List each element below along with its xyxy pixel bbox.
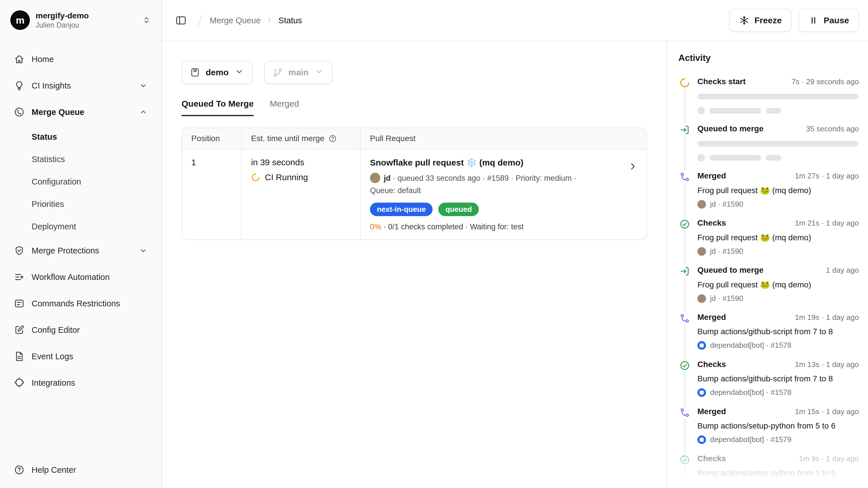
branch-select[interactable]: main [264,61,333,84]
sidebar-item-label: Home [32,55,54,64]
workspace-avatar: m [10,10,30,30]
sidebar-item-merge-queue[interactable]: Merge Queue [7,100,155,124]
sidebar-item-ci-insights[interactable]: CI Insights [7,74,155,98]
commands-icon [14,298,25,309]
main-column: Merge Queue Status Freeze Pause [162,0,868,488]
pause-button[interactable]: Pause [799,9,859,32]
home-icon [14,54,25,65]
activity-pr-title[interactable]: Bump actions/github-script from 7 to 8 [698,327,859,336]
top-bar: Merge Queue Status Freeze Pause [162,0,868,41]
sidebar-item-integrations[interactable]: Integrations [7,371,155,395]
activity-pr-title[interactable]: Bump actions/github-script from 7 to 8 [698,374,859,383]
git-merge-icon [678,312,691,325]
tab-queued-to-merge[interactable]: Queued To Merge [182,99,254,116]
eta-cell: in 39 seconds CI Running [242,149,361,239]
activity-item[interactable]: Queued to merge1 day ago Frog pull reque… [678,265,859,313]
pr-checks-status: 0% · 0/1 checks completed · Waiting for:… [370,223,620,231]
badge-queued: queued [438,203,478,216]
help-circle-icon [14,464,25,476]
sidebar-item-label: Merge Queue [32,108,85,117]
queue-row[interactable]: 1 in 39 seconds CI Running Snowflake pul… [182,149,646,239]
activity-timeline: Checks start7s · 29 seconds ago Queued t… [678,77,859,488]
skeleton-bar [698,94,858,99]
pencil-square-icon [14,324,25,335]
avatar [698,294,706,303]
sidebar-item-workflow-automation[interactable]: Workflow Automation [7,265,155,289]
breadcrumb-parent[interactable]: Merge Queue [210,16,260,25]
sidebar-item-config-editor[interactable]: Config Editor [7,318,155,342]
workspace-switcher[interactable]: m mergify-demo Julien Danjou [7,7,155,40]
sidebar-item-merge-protections[interactable]: Merge Protections [7,238,155,263]
lightbulb-icon [14,80,25,91]
freeze-button[interactable]: Freeze [729,9,792,32]
check-circle-icon [678,359,691,372]
activity-item[interactable]: Checks1m 21s · 1 day ago Frog pull reque… [678,219,859,265]
sidebar-item-commands-restrictions[interactable]: Commands Restrictions [7,291,155,316]
question-circle-icon[interactable] [328,134,337,143]
dependabot-avatar [698,483,706,488]
snowflake-icon [739,15,749,26]
spinner-icon [678,77,691,89]
activity-panel: Activity Checks start7s · 29 seconds ago… [666,41,868,488]
ci-status: CI Running [265,172,308,182]
pause-icon [808,15,818,26]
activity-pr-title[interactable]: Bump actions/setup-python from 5 to 6 [698,468,859,478]
activity-item[interactable]: Merged1m 27s · 1 day ago Frog pull reque… [678,171,859,219]
activity-item[interactable]: Merged1m 15s · 1 day ago Bump actions/se… [678,407,859,454]
activity-item[interactable]: Checks1m 9s · 1 day ago Bump actions/set… [678,454,859,488]
chevron-up-icon [139,108,148,116]
sidebar-item-home[interactable]: Home [7,47,155,71]
sidebar-subitem-deployment[interactable]: Deployment [7,216,155,237]
repository-value: demo [206,67,229,77]
sidebar-toggle-button[interactable] [171,11,191,30]
chevron-down-icon [139,81,148,90]
git-branch-icon [273,67,283,77]
tab-merged[interactable]: Merged [270,99,299,116]
dependabot-avatar [698,341,706,350]
queued-to-merge-icon [678,123,691,136]
queue-tabs: Queued To Merge Merged [182,99,647,116]
skeleton-bar [698,141,858,147]
activity-item[interactable]: Queued to merge35 seconds ago [678,124,859,171]
help-center-link[interactable]: Help Center [7,460,155,480]
check-circle-icon [678,454,691,466]
skeleton-circle [698,154,705,162]
sidebar-subitem-configuration[interactable]: Configuration [7,171,155,192]
sidebar: m mergify-demo Julien Danjou Home CI Ins… [0,0,162,488]
sidebar-item-label: Integrations [32,378,75,388]
freeze-label: Freeze [754,16,782,25]
sidebar-subitem-statistics[interactable]: Statistics [7,149,155,170]
sidebar-item-event-logs[interactable]: Event Logs [7,344,155,368]
queued-to-merge-icon [678,265,691,278]
activity-pr-title[interactable]: Frog pull request 🐸 (mq demo) [698,186,859,195]
chevron-down-icon [235,67,244,79]
chevron-right-icon [265,16,274,25]
chevron-updown-icon[interactable] [142,16,151,25]
avatar [370,173,380,183]
activity-item[interactable]: Checks start7s · 29 seconds ago [678,77,859,124]
activity-item[interactable]: Merged1m 19s · 1 day ago Bump actions/gi… [678,313,859,360]
activity-pr-title[interactable]: Frog pull request 🐸 (mq demo) [698,233,859,242]
skeleton-bar [766,155,781,161]
activity-pr-title[interactable]: Frog pull request 🐸 (mq demo) [698,280,859,289]
sidebar-nav: Home CI Insights Merge Queue Status Stat… [7,47,155,460]
pr-title: Snowflake pull request ❄️ (mq demo) [370,157,620,168]
chevron-right-icon[interactable] [627,161,638,172]
avatar [698,247,706,256]
repo-icon [190,67,200,77]
check-circle-icon [678,218,691,230]
chevron-down-icon [314,67,324,79]
sidebar-subitem-priorities[interactable]: Priorities [7,194,155,214]
chevron-down-icon [139,246,148,255]
pull-request-cell[interactable]: Snowflake pull request ❄️ (mq demo) jd ·… [361,149,646,239]
activity-item[interactable]: Checks1m 13s · 1 day ago Bump actions/gi… [678,360,859,407]
sidebar-subitem-status[interactable]: Status [7,126,155,147]
checks-progress: 0% [370,223,381,231]
activity-pr-title[interactable]: Bump actions/setup-python from 5 to 6 [698,421,859,431]
shield-icon [14,245,25,256]
workspace-name: mergify-demo [36,11,89,21]
sidebar-item-label: Merge Protections [32,246,99,256]
repository-select[interactable]: demo [182,61,253,84]
avatar [698,200,706,209]
content-columns: demo main Queued To Merge Merged Po [162,41,868,488]
